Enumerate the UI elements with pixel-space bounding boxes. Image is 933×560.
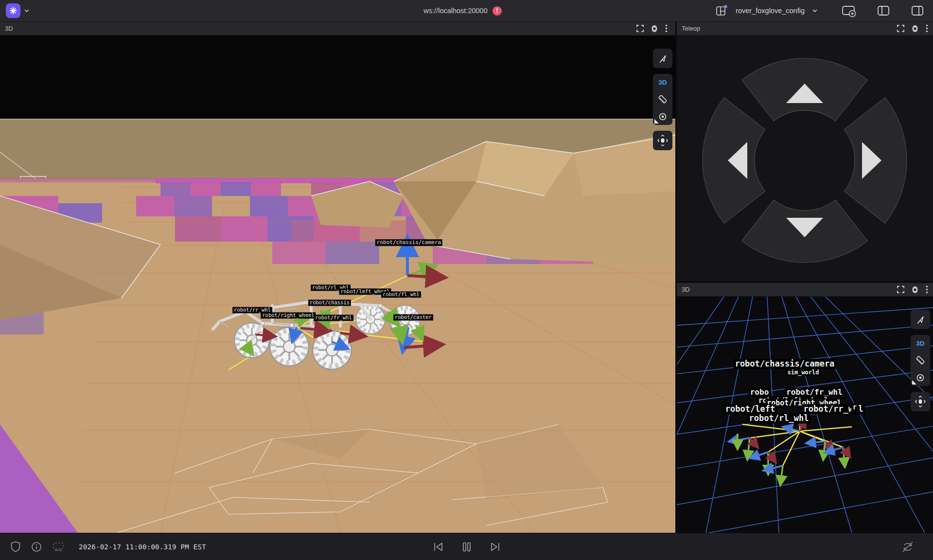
panel-title: 3D — [682, 286, 690, 293]
mini-3d-viewport[interactable]: robot/chassis/camerasim_worldroborobot/f… — [677, 297, 933, 533]
playback-bar: 2026-02-17 11:00:00.319 PM EST — [0, 533, 933, 560]
view-mode-3d-button[interactable]: 3D — [658, 79, 667, 86]
kebab-menu-icon[interactable] — [926, 285, 928, 294]
repeat-off-button[interactable] — [901, 540, 915, 554]
mini-3d-panel: 3D — [677, 283, 933, 533]
view-mode-3d-button[interactable]: 3D — [916, 340, 924, 347]
cursor-arrow-icon — [915, 314, 926, 325]
pan-move-icon — [657, 135, 669, 146]
mini-3d-panel-header[interactable]: 3D — [677, 283, 933, 297]
tf-tree-scene — [677, 297, 933, 533]
select-cursor-button[interactable] — [653, 49, 672, 68]
pause-button[interactable] — [461, 541, 473, 553]
measure-ruler-icon[interactable] — [915, 355, 926, 366]
fullscreen-icon[interactable] — [636, 25, 644, 32]
connection-error-badge[interactable]: ! — [493, 6, 502, 16]
connection-url[interactable]: ws://localhost:20000 — [423, 7, 487, 15]
seek-end-button[interactable] — [489, 541, 502, 553]
teleop-up-button[interactable] — [742, 58, 868, 121]
main-3d-viewport[interactable]: robot/chassis/camerarobot/rl_whlrobot/le… — [0, 35, 675, 533]
foxglove-logo-icon[interactable]: ✳ — [6, 3, 20, 18]
teleop-dpad — [677, 35, 933, 281]
gear-icon[interactable] — [911, 25, 919, 33]
teleop-down-button[interactable] — [742, 200, 868, 262]
seek-start-button[interactable] — [432, 541, 444, 553]
app-top-bar: ✳ ws://localhost:20000 ! rover_foxglove_… — [0, 0, 933, 22]
teleop-left-button[interactable] — [703, 98, 765, 224]
layout-chevron-down-icon[interactable] — [811, 7, 818, 14]
teleop-right-button[interactable] — [844, 98, 907, 224]
layout-icon[interactable] — [715, 4, 728, 17]
terrain-scene — [0, 35, 675, 533]
fullscreen-icon[interactable] — [897, 286, 904, 293]
teleop-panel: Teleop — [677, 22, 933, 281]
publish-point-icon[interactable] — [658, 112, 667, 121]
gear-icon[interactable] — [651, 25, 658, 33]
measure-ruler-icon[interactable] — [657, 94, 668, 105]
select-cursor-button[interactable] — [911, 310, 930, 329]
fullscreen-icon[interactable] — [897, 25, 904, 32]
app-menu-chevron-down-icon[interactable] — [23, 7, 30, 14]
main-3d-panel-header[interactable]: 3D — [0, 22, 675, 35]
teleop-panel-header[interactable]: Teleop — [677, 22, 933, 35]
left-sidebar-toggle-button[interactable] — [877, 5, 890, 17]
kebab-menu-icon[interactable] — [926, 24, 928, 33]
pan-move-icon — [915, 396, 926, 407]
panel-title: Teleop — [682, 25, 700, 32]
publish-point-icon[interactable] — [916, 373, 925, 382]
main-3d-viewport-toolbar: 3D — [653, 49, 672, 150]
add-panel-button[interactable] — [841, 4, 856, 18]
main-3d-panel: 3D — [0, 22, 675, 533]
layout-name[interactable]: rover_foxglove_config — [736, 7, 805, 15]
mini-3d-viewport-toolbar: 3D — [911, 310, 930, 411]
toolbar-expand-corner[interactable] — [654, 119, 659, 123]
gear-icon[interactable] — [911, 286, 919, 294]
right-sidebar-toggle-button[interactable] — [911, 5, 924, 17]
toolbar-expand-corner[interactable] — [912, 380, 916, 385]
cursor-arrow-icon — [657, 53, 668, 64]
kebab-menu-icon[interactable] — [665, 24, 668, 33]
camera-pan-button[interactable] — [653, 131, 672, 150]
camera-pan-button[interactable] — [911, 392, 930, 411]
panel-title: 3D — [5, 25, 13, 32]
